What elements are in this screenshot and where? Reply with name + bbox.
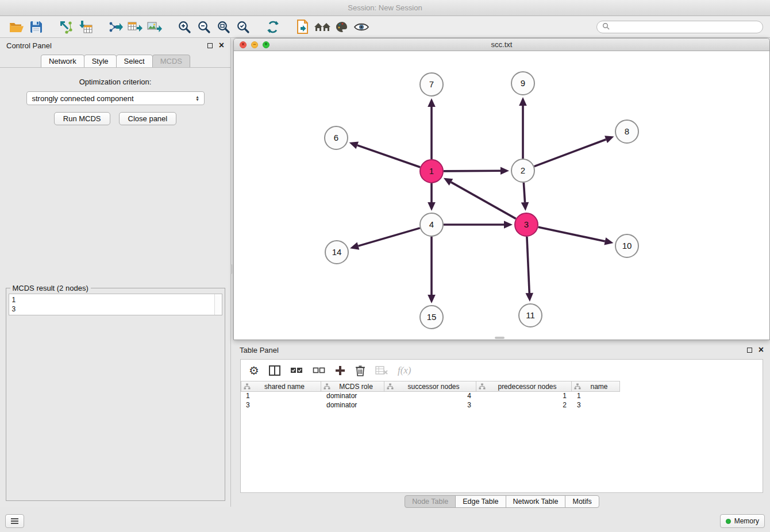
- float-panel-icon[interactable]: [207, 43, 213, 48]
- style-palette-icon[interactable]: [332, 18, 352, 36]
- mcds-result-box: MCDS result (2 nodes) 13: [6, 284, 225, 501]
- edge-4-14[interactable]: [358, 228, 419, 246]
- result-item[interactable]: 3: [12, 304, 219, 314]
- tab-mcds[interactable]: MCDS: [152, 55, 190, 68]
- edge-3-11[interactable]: [527, 237, 529, 293]
- search-input[interactable]: [613, 23, 757, 31]
- zoom-out-icon[interactable]: [194, 18, 214, 36]
- edge-2-3[interactable]: [523, 183, 525, 202]
- edge-arrowhead: [504, 221, 513, 229]
- node-2[interactable]: 2: [511, 159, 534, 182]
- export-image-icon[interactable]: [145, 18, 164, 36]
- close-panel-icon[interactable]: ×: [219, 43, 224, 48]
- unselect-all-columns-icon[interactable]: [313, 367, 325, 374]
- save-session-icon[interactable]: [26, 18, 46, 36]
- eye-icon[interactable]: [352, 18, 371, 36]
- node-14[interactable]: 14: [325, 241, 348, 264]
- column-tree-icon: [324, 383, 330, 390]
- tab-network[interactable]: Network: [41, 55, 84, 68]
- network-overview-homes-icon[interactable]: [313, 18, 332, 36]
- run-mcds-button[interactable]: Run MCDS: [54, 112, 110, 125]
- node-10[interactable]: 10: [615, 234, 638, 257]
- edge-1-2[interactable]: [444, 171, 500, 171]
- show-panels-button[interactable]: [5, 514, 24, 528]
- node-8[interactable]: 8: [615, 120, 638, 143]
- table-cell: 4: [384, 392, 476, 401]
- export-network-icon[interactable]: [106, 18, 125, 36]
- tab-motifs[interactable]: Motifs: [565, 495, 599, 508]
- edge-arrowhead: [525, 293, 533, 302]
- edge-arrowhead: [349, 141, 359, 149]
- node-9[interactable]: 9: [511, 72, 534, 95]
- result-item[interactable]: 1: [12, 295, 219, 304]
- criterion-dropdown[interactable]: strongly connected component ▴▾: [26, 91, 205, 105]
- table-row[interactable]: 3dominator323: [241, 401, 763, 410]
- vertical-scroll-handle[interactable]: [230, 264, 233, 274]
- node-7[interactable]: 7: [420, 73, 443, 96]
- tab-edge-table[interactable]: Edge Table: [455, 495, 506, 508]
- node-6[interactable]: 6: [325, 126, 348, 149]
- edge-arrowhead: [428, 202, 436, 211]
- node-label: 15: [427, 312, 437, 322]
- show-columns-icon[interactable]: [269, 365, 280, 376]
- column-header-predecessor-nodes[interactable]: predecessor nodes: [476, 381, 572, 392]
- column-header-successor-nodes[interactable]: successor nodes: [384, 381, 476, 392]
- close-window-icon[interactable]: ×: [240, 41, 247, 48]
- tab-network-table[interactable]: Network Table: [506, 495, 566, 508]
- node-11[interactable]: 11: [519, 304, 542, 327]
- table-rows: 1dominator4113dominator323: [241, 392, 763, 492]
- float-table-panel-icon[interactable]: [747, 348, 752, 353]
- edge-3-10[interactable]: [538, 227, 605, 241]
- add-column-icon[interactable]: [335, 365, 345, 376]
- tab-style[interactable]: Style: [84, 55, 117, 68]
- table-toolbar: ⚙ f(x): [241, 360, 763, 381]
- select-all-columns-icon[interactable]: [290, 367, 303, 374]
- search-field[interactable]: [596, 21, 763, 33]
- column-header-shared-name[interactable]: shared name: [241, 381, 321, 392]
- window-title: Session: New Session: [348, 3, 422, 12]
- node-4[interactable]: 4: [420, 213, 443, 236]
- table-panel-title: Table Panel: [240, 346, 279, 354]
- horizontal-scroll-handle[interactable]: [495, 337, 505, 339]
- export-table-icon[interactable]: [125, 18, 145, 36]
- edge-arrowhead: [350, 242, 359, 250]
- minimize-window-icon[interactable]: −: [251, 41, 258, 48]
- network-canvas[interactable]: 7968124314101511: [234, 51, 769, 340]
- table-panel-header: Table Panel ×: [233, 342, 770, 357]
- import-table-icon[interactable]: [76, 18, 95, 36]
- export-page-icon[interactable]: [293, 18, 313, 36]
- open-session-icon[interactable]: [7, 18, 26, 36]
- close-panel-button[interactable]: Close panel: [119, 112, 177, 125]
- node-label: 10: [622, 241, 632, 250]
- node-label: 9: [521, 78, 525, 88]
- tab-node-table[interactable]: Node Table: [405, 495, 456, 508]
- zoom-fit-icon[interactable]: [214, 18, 233, 36]
- result-scrollbar[interactable]: [214, 294, 222, 315]
- node-1[interactable]: 1: [420, 160, 443, 183]
- node-15[interactable]: 15: [420, 306, 443, 329]
- edge-3-1[interactable]: [451, 182, 516, 219]
- zoom-in-icon[interactable]: [175, 18, 194, 36]
- table-panel: Table Panel × ⚙: [233, 342, 770, 510]
- memory-button[interactable]: Memory: [720, 514, 765, 528]
- import-network-icon[interactable]: [56, 18, 76, 36]
- column-header-MCDS-role[interactable]: MCDS role: [321, 381, 384, 392]
- window-titlebar[interactable]: Session: New Session: [0, 0, 770, 16]
- close-table-panel-icon[interactable]: ×: [759, 347, 764, 353]
- tab-select[interactable]: Select: [116, 55, 153, 68]
- zoom-window-icon[interactable]: +: [263, 41, 270, 48]
- edge-arrowhead: [605, 136, 614, 143]
- delete-column-trash-icon[interactable]: [355, 365, 365, 376]
- edge-1-6[interactable]: [357, 145, 420, 167]
- network-window-titlebar[interactable]: scc.txt × − +: [234, 38, 769, 51]
- table-settings-gear-icon[interactable]: ⚙: [249, 365, 259, 376]
- network-window-title: scc.txt: [234, 40, 769, 49]
- zoom-selected-icon[interactable]: [233, 18, 253, 36]
- node-label: 14: [332, 247, 342, 257]
- table-row[interactable]: 1dominator411: [241, 392, 763, 401]
- node-3[interactable]: 3: [515, 213, 538, 236]
- edge-2-8[interactable]: [534, 140, 606, 167]
- control-panel-tabs: NetworkStyleSelectMCDS: [0, 53, 230, 68]
- column-header-name[interactable]: name: [572, 381, 620, 392]
- refresh-icon[interactable]: [263, 18, 283, 36]
